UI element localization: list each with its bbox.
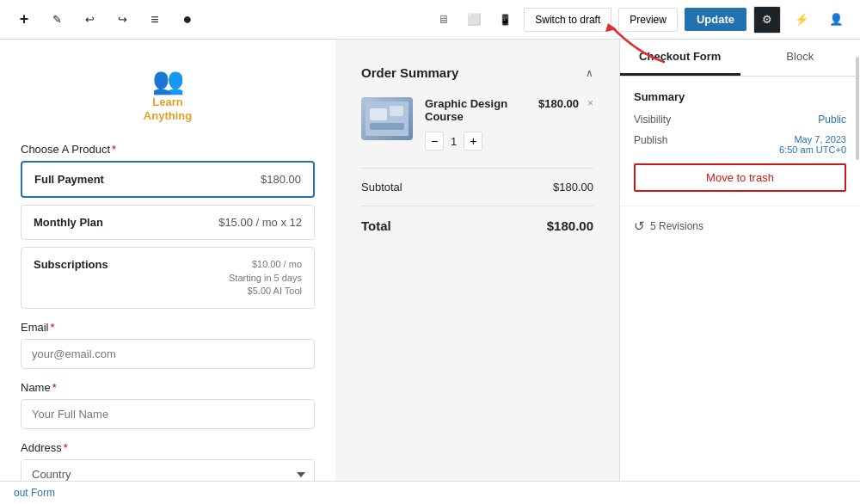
product-name-full-payment: Full Payment	[34, 173, 104, 186]
undo-button[interactable]: ↩	[76, 6, 103, 34]
logo-icon: 👥	[152, 65, 184, 95]
required-marker: *	[112, 143, 116, 156]
desktop-view-button[interactable]: 🖥	[431, 8, 455, 32]
product-option-full-payment[interactable]: Full Payment $180.00	[21, 161, 315, 198]
item-name: Graphic DesignCourse	[425, 97, 526, 123]
brand-logo: 👥 Learn Anything	[21, 65, 315, 122]
lightning-button[interactable]: ⚡	[788, 6, 815, 34]
tablet-icon: ⬜	[467, 13, 482, 26]
item-details: Graphic DesignCourse − 1 +	[425, 97, 526, 151]
tab-block[interactable]: Block	[740, 40, 861, 76]
visibility-label: Visibility	[634, 114, 671, 126]
visibility-row: Visibility Public	[634, 114, 846, 126]
product-option-subscriptions[interactable]: Subscriptions $10.00 / moStarting in 5 d…	[21, 247, 315, 309]
toolbar-right: 🖥 ⬜ 📱 Switch to draft Preview Update ⚙ ⚡…	[431, 6, 850, 34]
svg-rect-2	[370, 108, 387, 120]
svg-rect-4	[370, 123, 404, 130]
name-label: Name*	[21, 381, 315, 394]
settings-panel-button[interactable]: ⚙	[753, 6, 781, 34]
mobile-icon: 📱	[499, 14, 512, 26]
name-input[interactable]	[21, 399, 315, 429]
order-summary-header: Order Summary ∧	[361, 65, 593, 80]
publish-label: Publish	[634, 134, 667, 146]
order-item: Graphic DesignCourse − 1 + $180.00 ×	[361, 97, 593, 151]
product-price-monthly-plan: $15.00 / mo x 12	[218, 216, 302, 229]
checkout-form-column: 👥 Learn Anything Choose A Product* Full …	[0, 40, 335, 504]
email-label: Email*	[21, 321, 315, 334]
product-select-group: Choose A Product* Full Payment $180.00 M…	[21, 143, 315, 309]
list-view-button[interactable]: ≡	[141, 6, 169, 34]
product-option-monthly-plan[interactable]: Monthly Plan $15.00 / mo x 12	[21, 205, 315, 240]
move-to-trash-button[interactable]: Move to trash	[634, 163, 846, 192]
remove-item-button[interactable]: ×	[587, 97, 593, 109]
user-account-button[interactable]: 👤	[822, 6, 850, 34]
editor-area: 👥 Learn Anything Choose A Product* Full …	[0, 40, 619, 504]
quantity-increase-button[interactable]: +	[464, 132, 482, 151]
sidebar-tabs: Checkout Form Block	[620, 40, 860, 77]
undo-icon: ↩	[85, 13, 95, 26]
preview-button[interactable]: Preview	[618, 8, 678, 32]
quantity-decrease-button[interactable]: −	[425, 132, 444, 151]
visibility-value[interactable]: Public	[818, 114, 846, 126]
revisions-icon: ↺	[634, 218, 645, 234]
publish-row: Publish May 7, 20236:50 am UTC+0	[634, 134, 846, 155]
quantity-value: 1	[451, 135, 457, 148]
name-group: Name*	[21, 381, 315, 429]
user-icon: 👤	[829, 13, 844, 26]
logo-text-anything: Anything	[144, 109, 192, 123]
collapse-order-icon[interactable]: ∧	[586, 67, 593, 79]
settings-icon: ⚙	[762, 13, 772, 26]
email-input[interactable]	[21, 339, 315, 369]
breadcrumb-text: out Form	[14, 487, 55, 499]
tablet-view-button[interactable]: ⬜	[462, 8, 486, 32]
order-summary-title: Order Summary	[361, 65, 458, 80]
update-button[interactable]: Update	[685, 8, 746, 31]
product-label: Choose A Product*	[21, 143, 315, 156]
item-price: $180.00	[538, 97, 579, 110]
list-icon: ≡	[150, 12, 158, 28]
item-thumbnail	[361, 97, 413, 140]
breadcrumb-link[interactable]: out Form	[14, 487, 55, 499]
order-divider	[361, 168, 593, 169]
subtotal-row: Subtotal $180.00	[361, 181, 593, 194]
plus-icon: +	[20, 10, 29, 28]
order-summary-column: Order Summary ∧ Graphic D	[335, 40, 619, 504]
main-wrapper: 👥 Learn Anything Choose A Product* Full …	[0, 40, 860, 504]
sidebar-scrollbar[interactable]	[855, 40, 860, 504]
sidebar-panel: Checkout Form Block Summary Visibility P…	[619, 40, 860, 504]
desktop-icon: 🖥	[438, 13, 449, 26]
product-name-subscriptions: Subscriptions	[34, 258, 108, 271]
item-price-close: $180.00 ×	[538, 97, 593, 110]
redo-icon: ↪	[118, 13, 127, 26]
wordpress-icon: ●	[183, 10, 193, 28]
tab-checkout-form[interactable]: Checkout Form	[620, 40, 740, 76]
item-thumbnail-image	[361, 97, 413, 140]
toolbar-left: + ✎ ↩ ↪ ≡ ●	[10, 6, 201, 34]
total-label: Total	[361, 218, 391, 233]
total-row: Total $180.00	[361, 218, 593, 233]
redo-button[interactable]: ↪	[108, 6, 136, 34]
bottom-bar: out Form	[0, 481, 860, 504]
email-group: Email*	[21, 321, 315, 369]
revisions-row: ↺ 5 Revisions	[620, 206, 860, 246]
logo-text-learn: Learn	[152, 95, 182, 109]
svg-rect-3	[390, 106, 403, 116]
publish-value[interactable]: May 7, 20236:50 am UTC+0	[779, 134, 846, 155]
add-block-button[interactable]: +	[10, 6, 38, 34]
subtotal-value: $180.00	[553, 181, 593, 194]
summary-heading: Summary	[634, 90, 846, 103]
edit-mode-button[interactable]: ✎	[43, 6, 71, 34]
wp-logo-button[interactable]: ●	[174, 6, 201, 34]
product-sub-subscriptions: $10.00 / moStarting in 5 days$5.00 AI To…	[229, 258, 302, 298]
product-name-monthly-plan: Monthly Plan	[34, 216, 103, 229]
toolbar: + ✎ ↩ ↪ ≡ ● 🖥 ⬜ 📱 Switch to draft Previe…	[0, 0, 860, 40]
order-divider-2	[361, 206, 593, 206]
subtotal-label: Subtotal	[361, 181, 402, 194]
quantity-control: − 1 +	[425, 132, 526, 151]
switch-to-draft-button[interactable]: Switch to draft	[524, 8, 611, 32]
pencil-icon: ✎	[52, 13, 62, 26]
revisions-label[interactable]: 5 Revisions	[650, 220, 703, 232]
summary-section: Summary Visibility Public Publish May 7,…	[620, 77, 860, 206]
lightning-icon: ⚡	[795, 13, 809, 26]
mobile-view-button[interactable]: 📱	[493, 8, 517, 32]
